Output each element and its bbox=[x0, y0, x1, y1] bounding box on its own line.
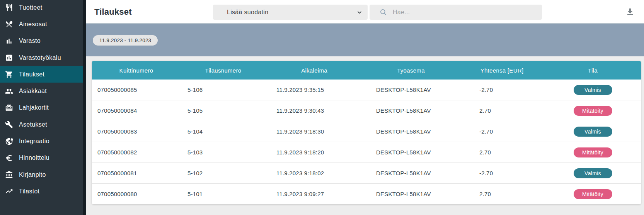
restaurant-icon bbox=[5, 3, 13, 12]
cell-kuittinumero: 070050000080 bbox=[92, 191, 181, 197]
cell-aikaleima: 11.9.2023 9:18:30 bbox=[266, 128, 363, 135]
cell-tyoasema: DESKTOP-L58K1AV bbox=[363, 107, 459, 114]
app-window: Tuotteet Ainesosat Varasto Varastotyökal… bbox=[0, 0, 644, 215]
cell-tilausnumero: 5-104 bbox=[181, 128, 266, 135]
main-area: Tilaukset Lisää suodatin bbox=[86, 0, 644, 215]
table-row[interactable]: 070050000083 5-104 11.9.2023 9:18:30 DES… bbox=[92, 121, 641, 142]
cell-tila: Mitätöity bbox=[545, 147, 641, 157]
cell-tila: Valmis bbox=[545, 168, 641, 178]
cell-tila: Valmis bbox=[545, 127, 641, 137]
status-badge: Mitätöity bbox=[574, 189, 612, 199]
sidebar-item-label: Integraatio bbox=[19, 138, 49, 145]
table-row[interactable]: 070050000082 5-103 11.9.2023 9:18:20 DES… bbox=[92, 142, 641, 163]
download-button[interactable] bbox=[625, 7, 635, 17]
cell-kuittinumero: 070050000084 bbox=[92, 107, 181, 114]
sidebar-item-varastotyokalu[interactable]: Varastotyökalu bbox=[0, 49, 83, 66]
sidebar-item-asiakkaat[interactable]: Asiakkaat bbox=[0, 83, 83, 99]
cell-tilausnumero: 5-102 bbox=[181, 170, 266, 176]
assessment-icon bbox=[5, 54, 13, 62]
sidebar-scrollbar[interactable] bbox=[83, 0, 86, 215]
sidebar-item-tilaukset[interactable]: Tilaukset bbox=[0, 66, 83, 83]
sidebar-item-label: Kirjanpito bbox=[19, 171, 46, 178]
page-title: Tilaukset bbox=[94, 7, 132, 17]
cell-tilausnumero: 5-103 bbox=[181, 149, 266, 156]
column-header: Aikaleima bbox=[266, 67, 363, 74]
status-badge: Valmis bbox=[574, 168, 612, 178]
sidebar-item-hinnoittelu[interactable]: Hinnoittelu bbox=[0, 150, 83, 166]
cell-yhteensa: 2.70 bbox=[459, 191, 545, 197]
cell-aikaleima: 11.9.2023 9:18:02 bbox=[266, 170, 363, 176]
table-header-row: KuittinumeroTilausnumeroAikaleimaTyöasem… bbox=[92, 61, 641, 80]
cell-tila: Valmis bbox=[545, 85, 641, 95]
sidebar-item-label: Tuotteet bbox=[19, 4, 43, 11]
cell-kuittinumero: 070050000082 bbox=[92, 149, 181, 156]
cell-tyoasema: DESKTOP-L58K1AV bbox=[363, 170, 459, 176]
sidebar-item-lahjakortit[interactable]: Lahjakortit bbox=[0, 100, 83, 116]
filter-band: 11.9.2023 - 11.9.2023 bbox=[86, 24, 644, 56]
table-row[interactable]: 070050000081 5-102 11.9.2023 9:18:02 DES… bbox=[92, 163, 641, 183]
sidebar-item-label: Asiakkaat bbox=[19, 88, 47, 95]
status-badge: Valmis bbox=[574, 127, 612, 137]
sidebar-item-tuotteet[interactable]: Tuotteet bbox=[0, 0, 83, 16]
column-header: Kuittinumero bbox=[92, 67, 181, 74]
table-row[interactable]: 070050000085 5-106 11.9.2023 9:35:15 DES… bbox=[92, 80, 641, 100]
add-filter-dropdown[interactable]: Lisää suodatin bbox=[213, 5, 368, 20]
cell-yhteensa: 2.70 bbox=[459, 149, 545, 156]
sidebar-item-label: Asetukset bbox=[19, 121, 47, 128]
wrench-icon bbox=[5, 120, 13, 129]
cell-tyoasema: DESKTOP-L58K1AV bbox=[363, 149, 459, 156]
cell-tyoasema: DESKTOP-L58K1AV bbox=[363, 128, 459, 135]
cell-tilausnumero: 5-101 bbox=[181, 191, 266, 197]
column-header: Yhteensä [EUR] bbox=[459, 67, 545, 74]
add-filter-dropdown-label: Lisää suodatin bbox=[227, 9, 268, 16]
cell-yhteensa: 2.70 bbox=[459, 107, 545, 114]
globe-lock-icon bbox=[5, 137, 13, 146]
gift-card-icon bbox=[5, 104, 13, 112]
sidebar: Tuotteet Ainesosat Varasto Varastotyökal… bbox=[0, 0, 86, 215]
cell-aikaleima: 11.9.2023 9:18:20 bbox=[266, 149, 363, 156]
topbar: Tilaukset Lisää suodatin bbox=[86, 0, 644, 24]
sidebar-item-label: Varasto bbox=[19, 37, 41, 44]
sidebar-item-asetukset[interactable]: Asetukset bbox=[0, 116, 83, 133]
cell-kuittinumero: 070050000081 bbox=[92, 170, 181, 176]
table-body: 070050000085 5-106 11.9.2023 9:35:15 DES… bbox=[92, 80, 641, 204]
cell-tyoasema: DESKTOP-L58K1AV bbox=[363, 191, 459, 197]
content: KuittinumeroTilausnumeroAikaleimaTyöasem… bbox=[86, 56, 644, 215]
status-badge: Valmis bbox=[574, 85, 612, 95]
bar-chart-icon bbox=[5, 37, 13, 45]
search-box bbox=[370, 5, 542, 20]
search-icon bbox=[380, 8, 387, 16]
sidebar-item-label: Lahjakortit bbox=[19, 104, 49, 111]
cell-yhteensa: -2.70 bbox=[459, 86, 545, 93]
cart-icon bbox=[5, 70, 13, 78]
sidebar-item-ainesosat[interactable]: Ainesosat bbox=[0, 16, 83, 32]
orders-table-card: KuittinumeroTilausnumeroAikaleimaTyöasem… bbox=[92, 61, 641, 204]
sidebar-item-varasto[interactable]: Varasto bbox=[0, 33, 83, 49]
cell-aikaleima: 11.9.2023 9:09:27 bbox=[266, 191, 363, 197]
column-header: Työasema bbox=[363, 67, 459, 74]
cell-yhteensa: -2.70 bbox=[459, 170, 545, 176]
cell-aikaleima: 11.9.2023 9:30:43 bbox=[266, 107, 363, 114]
cell-kuittinumero: 070050000083 bbox=[92, 128, 181, 135]
table-row[interactable]: 070050000080 5-101 11.9.2023 9:09:27 DES… bbox=[92, 183, 641, 204]
search-input[interactable] bbox=[392, 8, 542, 16]
column-header: Tila bbox=[545, 67, 641, 74]
sidebar-item-label: Varastotyökalu bbox=[19, 54, 61, 61]
date-range-chip[interactable]: 11.9.2023 - 11.9.2023 bbox=[93, 35, 158, 46]
sidebar-item-tilastot[interactable]: Tilastot bbox=[0, 183, 83, 200]
column-header: Tilausnumero bbox=[181, 67, 266, 74]
sidebar-item-integraatio[interactable]: Integraatio bbox=[0, 133, 83, 149]
cell-tilausnumero: 5-106 bbox=[181, 86, 266, 93]
cell-yhteensa: -2.70 bbox=[459, 128, 545, 135]
download-icon bbox=[625, 7, 635, 17]
sidebar-item-label: Ainesosat bbox=[19, 21, 47, 28]
utensils-crossed-icon bbox=[5, 20, 13, 28]
table-row[interactable]: 070050000084 5-105 11.9.2023 9:30:43 DES… bbox=[92, 100, 641, 121]
sidebar-item-kirjanpito[interactable]: Kirjanpito bbox=[0, 166, 83, 183]
sidebar-nav: Tuotteet Ainesosat Varasto Varastotyökal… bbox=[0, 0, 86, 200]
sidebar-item-label: Tilaukset bbox=[19, 71, 44, 78]
sidebar-item-label: Tilastot bbox=[19, 188, 39, 195]
cell-tilausnumero: 5-105 bbox=[181, 107, 266, 114]
cell-aikaleima: 11.9.2023 9:35:15 bbox=[266, 86, 363, 93]
chevron-down-icon bbox=[356, 8, 363, 16]
